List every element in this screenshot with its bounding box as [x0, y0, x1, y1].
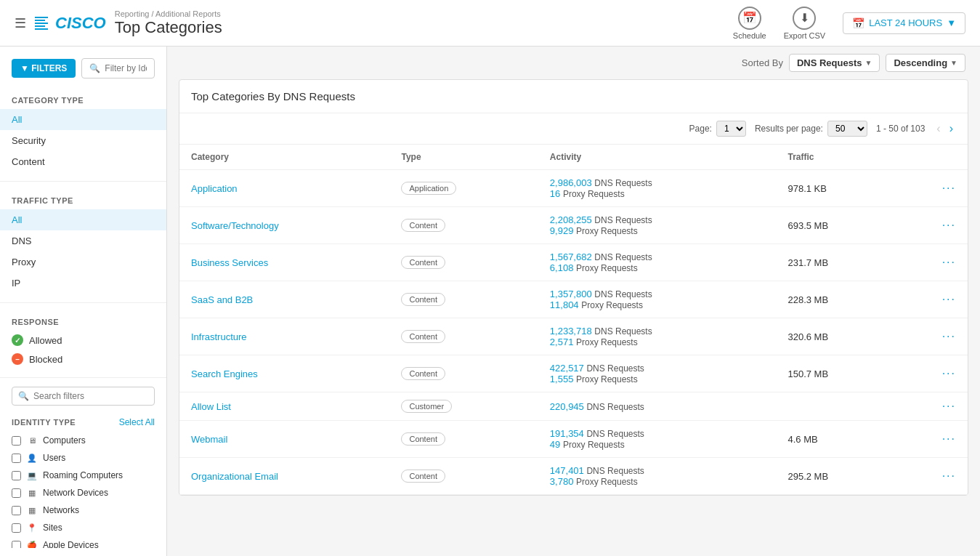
traffic-type-proxy[interactable]: Proxy — [0, 251, 166, 273]
sidebar-divider-3 — [0, 377, 166, 378]
table-cell-type: Application — [389, 170, 538, 207]
identity-checkbox-roaming-computers[interactable] — [12, 471, 21, 480]
identity-checkbox-sites[interactable] — [12, 523, 21, 533]
next-page-button[interactable]: › — [947, 121, 956, 137]
identity-item-users[interactable]: 👤 Users — [0, 449, 166, 467]
header-right: 📅 Schedule ⬇ Export CSV 📅 LAST 24 HOURS … — [733, 7, 965, 40]
order-select[interactable]: Descending ▼ — [886, 54, 965, 72]
table-cell-actions: ··· — [897, 458, 968, 495]
filters-button[interactable]: ▼ FILTERS — [12, 59, 76, 78]
dns-requests-label: DNS Requests — [586, 402, 644, 412]
results-per-page-select[interactable]: 50 100 — [827, 121, 867, 137]
prev-page-button[interactable]: ‹ — [934, 121, 943, 137]
category-type-security[interactable]: Security — [0, 130, 166, 151]
more-actions-button[interactable]: ··· — [942, 219, 956, 232]
time-filter-button[interactable]: 📅 LAST 24 HOURS ▼ — [843, 12, 965, 34]
category-link[interactable]: Organizational Email — [191, 471, 278, 482]
type-badge: Content — [401, 219, 445, 232]
time-filter-chevron-icon: ▼ — [947, 17, 956, 28]
category-link[interactable]: Business Services — [191, 257, 268, 268]
identity-item-networks[interactable]: ▦ Networks — [0, 501, 166, 519]
table-cell-category: Webmail — [179, 421, 389, 458]
identity-checkbox-network-devices[interactable] — [12, 488, 21, 498]
category-type-all[interactable]: All — [0, 109, 166, 130]
identity-checkbox-computers[interactable] — [12, 436, 21, 446]
category-type-content[interactable]: Content — [0, 151, 166, 172]
select-all-button[interactable]: Select All — [119, 417, 155, 427]
category-link[interactable]: Webmail — [191, 434, 227, 445]
export-csv-action[interactable]: ⬇ Export CSV — [784, 7, 825, 40]
more-actions-button[interactable]: ··· — [942, 367, 956, 380]
order-chevron-icon: ▼ — [950, 59, 957, 67]
proxy-requests-label: Proxy Requests — [576, 374, 638, 384]
col-activity: Activity — [538, 145, 777, 170]
sidebar: ▼ FILTERS 🔍 CATEGORY TYPE All Security C… — [0, 47, 167, 556]
category-link[interactable]: SaaS and B2B — [191, 294, 253, 305]
more-actions-button[interactable]: ··· — [942, 256, 956, 269]
category-link[interactable]: Allow List — [191, 401, 231, 412]
table-cell-activity: 422,517 DNS Requests1,555 Proxy Requests — [538, 355, 777, 392]
traffic-type-ip[interactable]: IP — [0, 273, 166, 294]
table-cell-traffic: 978.1 KB — [776, 170, 896, 207]
identity-item-computers[interactable]: 🖥 Computers — [0, 432, 166, 449]
schedule-action[interactable]: 📅 Schedule — [733, 7, 766, 40]
table-row: Organizational EmailContent147,401 DNS R… — [179, 458, 968, 495]
identity-label-users: Users — [43, 453, 65, 463]
search-identity-field[interactable]: 🔍 — [81, 58, 155, 78]
table-cell-actions: ··· — [897, 281, 968, 318]
more-actions-button[interactable]: ··· — [942, 400, 956, 413]
table-cell-actions: ··· — [897, 244, 968, 281]
proxy-requests-num: 6,108 — [550, 262, 574, 273]
type-badge: Content — [401, 330, 445, 343]
table-cell-activity: 1,567,682 DNS Requests6,108 Proxy Reques… — [538, 244, 777, 281]
more-actions-button[interactable]: ··· — [942, 432, 956, 446]
category-link[interactable]: Search Engines — [191, 368, 258, 379]
more-actions-button[interactable]: ··· — [942, 182, 956, 195]
hamburger-menu-icon[interactable]: ☰ — [15, 15, 26, 31]
dns-requests-label: DNS Requests — [586, 466, 644, 476]
page-range: 1 - 50 of 103 — [876, 124, 925, 134]
identity-item-network-devices[interactable]: ▦ Network Devices — [0, 484, 166, 501]
type-badge: Content — [401, 256, 445, 269]
identity-item-roaming-computers[interactable]: 💻 Roaming Computers — [0, 467, 166, 484]
identity-checkbox-networks[interactable] — [12, 506, 21, 515]
more-actions-button[interactable]: ··· — [942, 330, 956, 343]
results-per-page-label: Results per page: — [755, 124, 823, 134]
category-link[interactable]: Infrastructure — [191, 331, 247, 342]
table-cell-traffic — [776, 392, 896, 421]
more-actions-button[interactable]: ··· — [942, 470, 956, 483]
search-filters-box[interactable]: 🔍 — [12, 387, 155, 406]
main-content: Sorted By DNS Requests ▼ Descending ▼ To… — [167, 47, 980, 556]
page-control: Page: 1 2 3 — [689, 121, 746, 137]
roaming-computers-icon: 💻 — [27, 470, 37, 480]
more-actions-button[interactable]: ··· — [942, 293, 956, 306]
traffic-type-label: TRAFFIC TYPE — [0, 190, 166, 209]
table-cell-activity: 2,208,255 DNS Requests9,929 Proxy Reques… — [538, 207, 777, 244]
traffic-type-all[interactable]: All — [0, 209, 166, 230]
search-identity-input[interactable] — [105, 63, 147, 73]
calendar-icon: 📅 — [852, 17, 864, 29]
table-cell-category: Business Services — [179, 244, 389, 281]
sort-bar: Sorted By DNS Requests ▼ Descending ▼ — [167, 47, 980, 79]
traffic-type-dns[interactable]: DNS — [0, 230, 166, 251]
dns-requests-num: 2,986,003 — [550, 177, 592, 188]
table-cell-type: Content — [389, 458, 538, 495]
identity-list: 🖥 Computers 👤 Users 💻 Roaming Computers … — [0, 432, 166, 548]
table-cell-actions: ··· — [897, 318, 968, 355]
search-filters-input[interactable] — [33, 391, 148, 401]
table-cell-category: Allow List — [179, 392, 389, 421]
category-link[interactable]: Software/Technology — [191, 220, 279, 231]
dns-requests-num: 1,357,800 — [550, 289, 592, 299]
identity-item-sites[interactable]: 📍 Sites — [0, 519, 166, 536]
sorted-by-select[interactable]: DNS Requests ▼ — [789, 54, 880, 72]
identity-checkbox-apple-devices[interactable] — [12, 541, 21, 549]
table-cell-type: Content — [389, 244, 538, 281]
identity-type-header: Identity Type Select All — [0, 411, 166, 432]
page-select[interactable]: 1 2 3 — [716, 121, 746, 137]
identity-checkbox-users[interactable] — [12, 454, 21, 463]
col-traffic: Traffic — [776, 145, 896, 170]
identity-item-apple-devices[interactable]: 🍎 Apple Devices — [0, 536, 166, 548]
identity-type-label: Identity Type — [12, 418, 76, 427]
table-cell-activity: 2,986,003 DNS Requests16 Proxy Requests — [538, 170, 777, 207]
category-link[interactable]: Application — [191, 183, 238, 194]
